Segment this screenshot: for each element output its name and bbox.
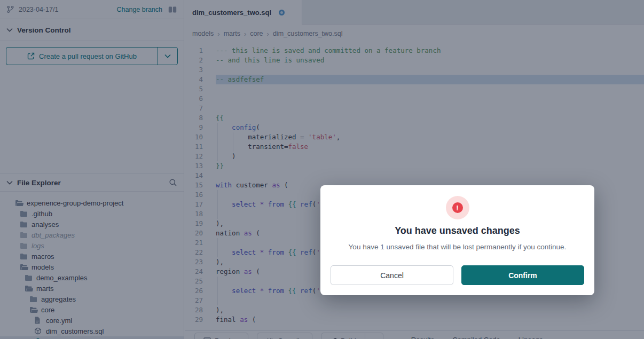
dialog-title: You have unsaved changes	[320, 225, 594, 236]
confirm-button[interactable]: Confirm	[461, 265, 584, 285]
error-icon: !	[446, 196, 469, 219]
unsaved-changes-dialog: ! You have unsaved changes You have 1 un…	[320, 185, 594, 295]
dialog-message: You have 1 unsaved file that will be los…	[320, 243, 594, 251]
cancel-button[interactable]: Cancel	[331, 265, 453, 285]
dbt-ide-window: 2023-04-17/1 Change branch Version Contr…	[0, 0, 644, 339]
